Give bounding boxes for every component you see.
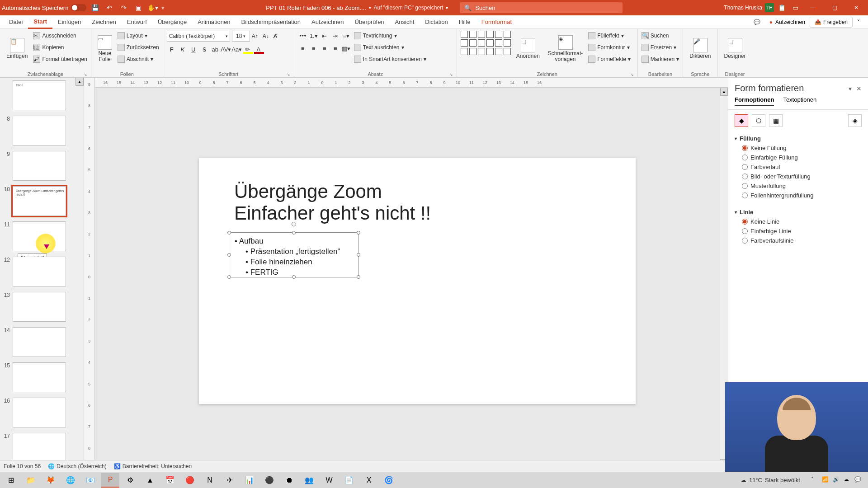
fill-option[interactable]: Farbverlauf [742,164,862,170]
tab-uebergaenge[interactable]: Übergänge [152,15,192,29]
volume-icon[interactable]: 🔊 [833,476,841,484]
columns-button[interactable]: ▥▾ [341,43,351,53]
minimize-button[interactable]: — [803,0,823,15]
strikethrough-button[interactable]: S̶ [199,44,209,54]
fill-option[interactable]: Folienhintergrundfüllung [742,192,862,199]
undo-icon[interactable]: ↶ [104,2,115,14]
slide-thumbnail[interactable]: Ende [13,80,66,110]
tab-bildschirm[interactable]: Bildschirmpräsentation [236,15,306,29]
close-button[interactable]: ✕ [846,0,866,15]
char-spacing-button[interactable]: AV▾ [221,44,231,54]
telegram-icon[interactable]: ✈ [221,473,239,488]
app-icon[interactable]: 📊 [241,473,259,488]
shape-effects-button[interactable]: Formeffekte▾ [588,54,631,64]
dictate-button[interactable]: 🎤Diktieren [687,31,713,67]
language-indicator[interactable]: 🌐 Deutsch (Österreich) [48,463,107,469]
fill-option[interactable]: Keine Füllung [742,145,862,151]
align-right-icon[interactable]: ≡ [320,43,330,53]
fill-option[interactable]: Musterfüllung [742,183,862,189]
tab-textoptionen[interactable]: Textoptionen [783,96,816,106]
tab-animationen[interactable]: Animationen [192,15,236,29]
resize-handle[interactable] [357,231,360,235]
content-placeholder[interactable]: Aufbau Präsentation „fertigstellen" Foli… [229,232,359,277]
thumbnail-row[interactable]: 15 [0,360,84,395]
app-icon[interactable]: 🔴 [181,473,199,488]
slide-thumbnail[interactable] [13,257,66,286]
line-section-header[interactable]: Linie [735,209,862,216]
outlook-icon[interactable]: 📧 [81,473,99,488]
decrease-font-icon[interactable]: A↓ [263,33,272,39]
tab-entwurf[interactable]: Entwurf [122,15,152,29]
tab-einfuegen[interactable]: Einfügen [52,15,86,29]
rotation-handle[interactable] [292,222,296,226]
smartart-button[interactable]: In SmartArt konvertieren▾ [354,54,426,64]
align-center-icon[interactable]: ≡ [309,43,319,53]
select-button[interactable]: Markieren▾ [642,54,679,64]
thumbnail-row[interactable]: 8 [0,113,84,148]
slide-thumbnail[interactable] [13,116,66,145]
present-icon[interactable]: ▣ [132,2,144,14]
slide-thumbnail[interactable] [13,433,66,463]
touch-mode-icon[interactable]: ✋▾ [147,2,159,14]
maximize-button[interactable]: ▢ [825,0,844,15]
slide-thumbnail[interactable]: [Kein Titel] [13,221,66,251]
app-icon[interactable]: 📅 [161,473,179,488]
tab-ueberpruefen[interactable]: Überprüfen [349,15,390,29]
firefox-icon[interactable]: 🦊 [42,473,60,488]
tray-chevron-icon[interactable]: ˄ [811,476,819,484]
canvas[interactable]: Übergänge Zoom Einfacher geht's nicht !!… [95,88,728,476]
shadow-button[interactable]: ab [210,44,220,54]
app-icon[interactable]: 📄 [340,473,358,488]
autosave-toggle[interactable] [71,4,86,11]
line-option[interactable]: Keine Linie [742,218,862,225]
app-icon[interactable]: ⚙ [121,473,139,488]
shape-outline-button[interactable]: Formkontur▾ [588,42,631,52]
powerpoint-icon[interactable]: P [101,473,119,488]
size-tab-icon[interactable]: ▦ [769,114,783,127]
weather-widget[interactable]: ☁ 11°C Stark bewölkt [735,477,806,483]
slide-thumbnail[interactable] [13,292,66,322]
find-button[interactable]: 🔍Suchen [642,31,679,41]
resize-handle[interactable] [227,253,231,257]
redo-icon[interactable]: ↷ [118,2,130,14]
tab-start[interactable]: Start [28,15,52,29]
slide-thumbnail[interactable]: Übergänge Zoom Einfacher geht's nicht !! [13,186,66,216]
designer-toggle-icon[interactable]: ◈ [848,114,862,127]
comments-button[interactable]: 💬 [749,19,765,25]
fill-section-header[interactable]: Füllung [735,135,862,142]
decrease-indent-icon[interactable]: ⇤ [320,31,330,41]
align-left-icon[interactable]: ≡ [298,43,308,53]
align-text-button[interactable]: Text ausrichten▾ [354,42,426,52]
save-icon[interactable]: 💾 [89,2,101,14]
thumbnail-row[interactable]: 10Übergänge Zoom Einfacher geht's nicht … [0,183,84,219]
dialog-launcher-icon[interactable]: ↘ [84,72,87,77]
thumbnail-row[interactable]: 16 [0,395,84,430]
bold-button[interactable]: F [167,44,177,54]
dialog-launcher-icon[interactable]: ↘ [449,72,453,77]
resize-handle[interactable] [227,275,231,279]
ribbon-options-icon[interactable]: ▭ [789,2,801,14]
onenote-icon[interactable]: N [201,473,219,488]
content-text[interactable]: Aufbau Präsentation „fertigstellen" Foli… [235,236,340,278]
dialog-launcher-icon[interactable]: ↘ [287,72,290,77]
slide[interactable]: Übergänge Zoom Einfacher geht's nicht !!… [199,158,636,404]
quick-styles-button[interactable]: ◈Schnellformat- vorlagen [545,31,585,67]
underline-button[interactable]: U [189,44,198,54]
text-direction-button[interactable]: Textrichtung▾ [354,31,426,41]
paste-button[interactable]: 📋 Einfügen [4,31,30,67]
pane-dropdown-icon[interactable]: ▾ [849,85,852,92]
bullets-button[interactable]: ⦁⦁▾ [298,31,308,41]
obs-icon[interactable]: ⚫ [260,473,278,488]
font-family-select[interactable]: Calibri (Textkörper)▾ [167,31,230,42]
section-button[interactable]: Abschnitt▾ [118,54,159,64]
line-option[interactable]: Farbverlaufslinie [742,237,862,244]
increase-indent-icon[interactable]: ⇥ [330,31,340,41]
onedrive-icon[interactable]: ☁ [844,476,852,484]
fill-option[interactable]: Bild- oder Texturfüllung [742,173,862,180]
vlc-icon[interactable]: ▲ [141,473,159,488]
line-spacing-button[interactable]: ≡▾ [341,31,351,41]
tab-aufzeichnen[interactable]: Aufzeichnen [306,15,349,29]
new-slide-button[interactable]: ▭ Neue Folie [95,31,115,67]
resize-handle[interactable] [357,253,360,257]
slide-thumbnail[interactable] [13,327,66,357]
